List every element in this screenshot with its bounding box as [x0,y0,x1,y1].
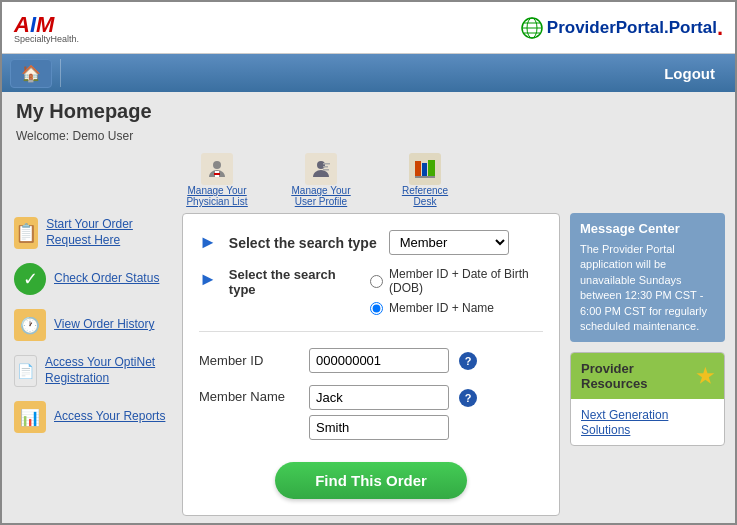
arrow-icon-2: ► [199,269,217,290]
arrow-icon-1: ► [199,232,217,253]
search-type-row: ► Select the search type Member Provider [199,230,543,255]
form-divider [199,331,543,332]
reference-desk-nav[interactable]: ReferenceDesk [385,153,465,207]
member-id-input[interactable] [309,348,449,373]
member-id-help-icon[interactable]: ? [459,352,477,370]
nav-divider [60,59,61,87]
sidebar-item-start-order[interactable]: 📋 Start Your Order Request Here [12,213,172,253]
reports-icon: 📊 [14,401,46,433]
optinet-icon: 📄 [14,355,37,387]
top-nav-icons: Manage YourPhysician List Manage YourUse… [2,147,735,213]
find-order-button[interactable]: Find This Order [275,462,467,499]
message-center-text: The Provider Portal application will be … [580,242,715,334]
radio-member-id-name[interactable]: Member ID + Name [370,301,543,315]
sidebar-item-check-order[interactable]: ✓ Check Order Status [12,259,172,299]
svg-rect-7 [214,173,220,175]
svg-rect-14 [428,160,435,177]
svg-point-8 [317,161,325,169]
member-first-name-input[interactable] [309,385,449,410]
nav-bar: 🏠 Logout [2,54,735,92]
star-icon: ★ [696,364,714,388]
home-icon: 🏠 [21,64,41,83]
svg-rect-11 [323,169,329,171]
member-last-name-input[interactable] [309,415,449,440]
svg-point-5 [213,161,221,169]
center-panel: ► Select the search type Member Provider… [182,213,560,516]
profile-icon [305,153,337,185]
logout-button[interactable]: Logout [652,61,727,86]
aim-logo: AIM SpecialtyHealth. [14,12,79,44]
logo-area: AIM SpecialtyHealth. [14,12,79,44]
svg-rect-15 [415,176,435,178]
sidebar-item-reports[interactable]: 📊 Access Your Reports [12,397,172,437]
radio-member-id-dob[interactable]: Member ID + Date of Birth (DOB) [370,267,543,295]
svg-rect-9 [323,163,330,165]
left-sidebar: 📋 Start Your Order Request Here ✓ Check … [12,213,172,516]
main-content: Manage YourPhysician List Manage YourUse… [2,147,735,523]
header: AIM SpecialtyHealth. ProviderPortal.Port… [2,2,735,54]
message-center-box: Message Center The Provider Portal appli… [570,213,725,342]
name-fields [309,385,449,440]
physician-icon [201,153,233,185]
member-name-help-icon[interactable]: ? [459,389,477,407]
history-icon: 🕐 [14,309,46,341]
provider-resources-box: Provider Resources ★ Next Generation Sol… [570,352,725,446]
provider-resources-title: Provider Resources [581,361,696,391]
next-generation-solutions-link[interactable]: Next Generation Solutions [581,408,668,437]
manage-user-profile-nav[interactable]: Manage YourUser Profile [281,153,361,207]
svg-rect-12 [415,161,421,177]
home-button[interactable]: 🏠 [10,59,52,88]
welcome-message: Welcome: Demo User [2,127,735,147]
page-title: My Homepage [2,92,735,127]
manage-physician-list-nav[interactable]: Manage YourPhysician List [177,153,257,207]
provider-portal-logo: ProviderPortal.Portal. [521,15,723,41]
globe-icon [521,17,543,39]
check-order-icon: ✓ [14,263,46,295]
member-id-row: Member ID ? [199,348,543,373]
provider-resources-body: Next Generation Solutions [571,399,724,445]
svg-rect-13 [422,163,427,177]
content-row: 📋 Start Your Order Request Here ✓ Check … [2,213,735,523]
sidebar-item-view-history[interactable]: 🕐 View Order History [12,305,172,345]
right-panel: Message Center The Provider Portal appli… [570,213,725,516]
svg-rect-10 [323,166,328,168]
start-order-icon: 📋 [14,217,38,249]
search-type-dropdown[interactable]: Member Provider [389,230,509,255]
message-center-title: Message Center [580,221,715,236]
books-icon [409,153,441,185]
provider-resources-header: Provider Resources ★ [571,353,724,399]
radio-section: ► Select the search type Member ID + Dat… [199,267,543,315]
radio-options: Member ID + Date of Birth (DOB) Member I… [370,267,543,315]
sidebar-item-optinet[interactable]: 📄 Access Your OptiNet Registration [12,351,172,391]
member-name-row: Member Name ? [199,385,543,440]
